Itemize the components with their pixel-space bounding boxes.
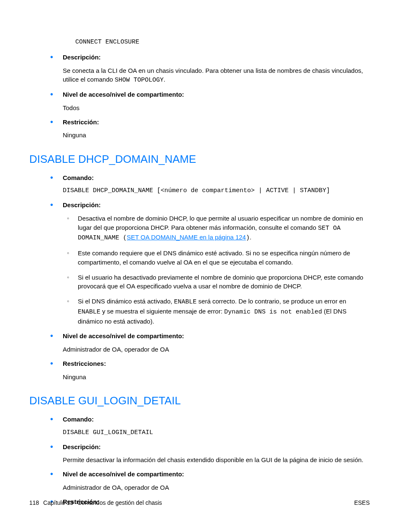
code-disable-gui: DISABLE GUI_LOGIN_DETAIL bbox=[63, 428, 370, 437]
body-descripcion: Permite desactivar la información del ch… bbox=[63, 455, 370, 465]
page-footer: 118 Capítulo 13 Comandos de gestión del … bbox=[29, 499, 370, 507]
intro-item-restriccion: Restricción: Ninguna bbox=[63, 118, 370, 140]
section2-list: Comando: DISABLE GUI_LOGIN_DETAIL Descri… bbox=[29, 415, 370, 506]
intro-item-descripcion: Descripción: Se conecta a la CLI de OA e… bbox=[63, 53, 370, 85]
code-enable-2: ENABLE bbox=[78, 308, 100, 316]
label-descripcion: Descripción: bbox=[63, 200, 370, 210]
section1-descripcion: Descripción: Desactiva el nombre de domi… bbox=[63, 200, 370, 326]
text: . bbox=[164, 76, 165, 83]
label-descripcion: Descripción: bbox=[63, 53, 370, 62]
body-nivel: Administrador de OA, operador de OA bbox=[63, 483, 370, 492]
section1-restricciones: Restricciones: Ninguna bbox=[63, 359, 370, 382]
sub-item-0: Desactiva el nombre de dominio DHCP, lo … bbox=[78, 214, 370, 243]
section1-nivel: Nivel de acceso/nivel de compartimento: … bbox=[63, 332, 370, 354]
text: ) bbox=[246, 234, 250, 242]
text: ( bbox=[119, 234, 127, 242]
label-restricciones: Restricciones: bbox=[63, 359, 370, 368]
section2-descripcion: Descripción: Permite desactivar la infor… bbox=[63, 442, 370, 465]
code-connect-enclosure: CONNECT ENCLOSURE bbox=[29, 38, 370, 47]
sub-item-3: Si el DNS dinámico está activado, ENABLE… bbox=[78, 297, 370, 326]
sub-item-1: Este comando requiere que el DNS dinámic… bbox=[78, 249, 370, 267]
label-comando: Comando: bbox=[63, 173, 370, 182]
label-nivel: Nivel de acceso/nivel de compartimento: bbox=[63, 332, 370, 341]
label-nivel: Nivel de acceso/nivel de compartimento: bbox=[63, 470, 370, 479]
text: Si el DNS dinámico está activado, bbox=[78, 298, 174, 305]
body-descripcion: Se conecta a la CLI de OA en un chasis v… bbox=[63, 66, 370, 85]
intro-list: Descripción: Se conecta a la CLI de OA e… bbox=[29, 53, 370, 140]
label-comando: Comando: bbox=[63, 415, 370, 424]
link-set-oa-domain-name[interactable]: SET OA DOMAIN_NAME en la página 124 bbox=[127, 234, 246, 241]
heading-disable-gui-login-detail: DISABLE GUI_LOGIN_DETAIL bbox=[29, 393, 370, 409]
page-number: 118 bbox=[29, 499, 39, 507]
section1-sublist: Desactiva el nombre de dominio DHCP, lo … bbox=[63, 214, 370, 326]
chapter-label: Capítulo 13 bbox=[43, 499, 73, 507]
section1-comando: Comando: DISABLE DHCP_DOMAIN_NAME [<núme… bbox=[63, 173, 370, 196]
label-nivel: Nivel de acceso/nivel de compartimento: bbox=[63, 90, 370, 99]
heading-disable-dhcp-domain-name: DISABLE DHCP_DOMAIN_NAME bbox=[29, 152, 370, 167]
text: . bbox=[250, 234, 251, 241]
label-descripcion: Descripción: bbox=[63, 442, 370, 452]
section2-comando: Comando: DISABLE GUI_LOGIN_DETAIL bbox=[63, 415, 370, 437]
section2-nivel: Nivel de acceso/nivel de compartimento: … bbox=[63, 470, 370, 492]
body-restriccion: Ninguna bbox=[63, 131, 370, 140]
text: será correcto. De lo contrario, se produ… bbox=[197, 298, 346, 305]
body-nivel: Administrador de OA, operador de OA bbox=[63, 345, 370, 354]
footer-right: ESES bbox=[354, 499, 370, 507]
sub-item-2: Si el usuario ha desactivado previamente… bbox=[78, 273, 370, 291]
intro-item-nivel: Nivel de acceso/nivel de compartimento: … bbox=[63, 90, 370, 113]
code-disable-dhcp: DISABLE DHCP_DOMAIN_NAME [<número de com… bbox=[63, 186, 370, 195]
body-nivel: Todos bbox=[63, 103, 370, 113]
section1-list: Comando: DISABLE DHCP_DOMAIN_NAME [<núme… bbox=[29, 173, 370, 382]
code-enable-1: ENABLE bbox=[174, 298, 197, 306]
text: Se conecta a la CLI de OA en un chasis v… bbox=[63, 67, 363, 83]
code-show-topology: SHOW TOPOLOGY bbox=[115, 77, 164, 84]
label-restriccion: Restricción: bbox=[63, 118, 370, 127]
body-restricciones: Ninguna bbox=[63, 373, 370, 382]
chapter-title: Comandos de gestión del chasis bbox=[77, 499, 162, 507]
text: y se muestra el siguiente mensaje de err… bbox=[100, 308, 224, 315]
code-dynamic-dns: Dynamic DNS is not enabled bbox=[224, 308, 322, 316]
